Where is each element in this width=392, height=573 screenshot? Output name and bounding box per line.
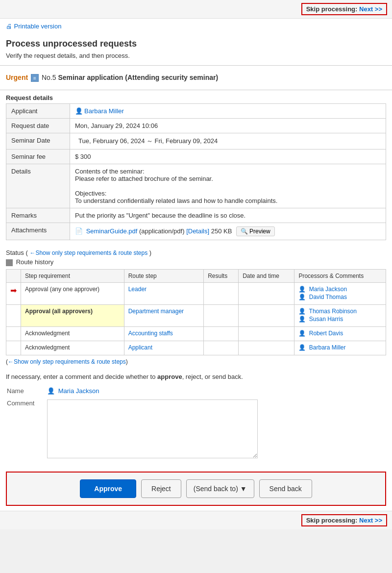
status-close-paren: ) [149,249,151,256]
bottom-skip-bar: Skip processing: Next >> [0,511,392,529]
col-arrow [6,269,21,282]
person-row: 👤 Maria Jackson [298,286,382,293]
susan-harris-link[interactable]: Susan Harris [309,316,343,323]
request-date-value: Mon, January 29, 2024 10:06 [70,119,386,133]
name-label: Name [7,385,46,397]
seminar-date-value: Tue, February 06, 2024 ～ Fri, February 0… [70,133,386,149]
table-row: Approval (all approvers) Department mana… [6,304,386,326]
send-back-to-button[interactable]: (Send back to) ▼ [186,479,254,498]
processors-1: 👤 Maria Jackson 👤 David Thomas [294,282,386,304]
person-row: 👤 Barbara Miller [298,344,382,351]
attachments-row: Attachments 📄 SeminarGuide.pdf (applicat… [6,223,386,240]
table-row: ➡ Approval (any one approver) Leader 👤 M… [6,282,386,304]
details-value: Contents of the seminar: Please refer to… [70,164,386,208]
dept-manager-link[interactable]: Department manager [128,308,184,315]
person-icon: 👤 [75,107,83,115]
step-req-2: Approval (all approvers) [21,304,124,326]
leader-link[interactable]: Leader [128,286,147,293]
route-history-label: Route history [6,258,386,266]
barbara-miller-link[interactable]: Barbara Miller [309,344,346,351]
seminar-fee-row: Seminar fee $ 300 [6,149,386,164]
comment-cell [47,398,385,462]
reject-button[interactable]: Reject [141,479,181,498]
maria-jackson-link[interactable]: Maria Jackson [309,286,347,293]
status-section: Status ( ←Show only step requirements & … [0,240,392,369]
request-number: No.5 [42,74,56,81]
david-thomas-link[interactable]: David Thomas [309,294,347,300]
processors-2: 👤 Thomas Robinson 👤 Susan Harris [294,304,386,326]
person-row: 👤 Thomas Robinson [298,308,382,315]
request-header: Urgent ≡ No.5 Seminar application (Atten… [0,70,392,86]
attachment-link[interactable]: SeminarGuide.pdf [86,227,138,235]
step-req-1: Approval (any one approver) [21,282,124,304]
status-toggle-link[interactable]: ←Show only step requirements & route ste… [29,249,147,256]
person-icon: 👤 [47,387,55,395]
applicant-link[interactable]: Applicant [128,344,152,351]
bottom-skip-processing-button[interactable]: Skip processing: Next >> [301,514,387,526]
datetime-1 [239,282,294,304]
datetime-4 [239,341,294,355]
datetime-2 [239,304,294,326]
results-1 [204,282,239,304]
results-3 [204,326,239,341]
current-arrow-cell: ➡ [6,282,21,304]
request-details-table: Applicant 👤Barbara Miller Request date M… [6,103,386,240]
preview-button[interactable]: 🔍Preview [236,226,275,236]
route-icon [6,259,13,266]
bottom-status-toggle-link[interactable]: ←Show only step requirements & route ste… [8,358,126,365]
printable-version-link[interactable]: 🖨 Printable version [6,23,61,30]
request-date-label: Request date [6,119,70,133]
results-2 [204,304,239,326]
details-label: Details [6,164,70,208]
request-details-heading: Request details [6,94,386,101]
route-step-4: Applicant [124,341,203,355]
skip-label-bold-bottom: Skip processing: [306,517,358,524]
send-back-button[interactable]: Send back [259,479,312,498]
person-icon: 👤 [298,308,306,315]
page-title-section: Process unprocessed requests Verify the … [0,34,392,61]
seminar-date-label: Seminar Date [6,133,70,149]
current-user-link[interactable]: Maria Jackson [58,387,99,395]
applicant-link[interactable]: 👤Barbara Miller [75,107,124,115]
robert-davis-link[interactable]: Robert Davis [309,330,343,337]
processors-3: 👤 Robert Davis [294,326,386,341]
current-arrow-icon: ➡ [10,286,17,295]
person-icon: 👤 [298,316,306,323]
person-row: 👤 Susan Harris [298,316,382,323]
person-row: 👤 Robert Davis [298,330,382,337]
col-datetime: Date and time [239,269,294,282]
comment-textarea[interactable] [47,399,258,458]
route-step-3: Accounting staffs [124,326,203,341]
table-row: Acknowledgment Applicant 👤 Barbara Mille… [6,341,386,355]
person-row: 👤 David Thomas [298,294,382,300]
printable-version-section: 🖨 Printable version [0,19,392,34]
page-title: Process unprocessed requests [6,39,386,49]
comment-label: Comment [7,398,46,462]
person-icon: 👤 [298,294,306,300]
route-table: Step requirement Route step Results Date… [6,269,386,355]
top-skip-processing-button[interactable]: Skip processing: Next >> [301,3,387,15]
attachments-value: 📄 SeminarGuide.pdf (application/pdf) [De… [70,223,386,240]
action-bar: Approve Reject (Send back to) ▼ Send bac… [6,472,386,506]
details-link[interactable]: [Details] [186,227,209,235]
name-value: 👤 Maria Jackson [47,385,385,397]
approve-button[interactable]: Approve [80,479,136,498]
decision-table: Name 👤 Maria Jackson Comment [6,384,386,463]
request-icon: ≡ [31,74,39,82]
request-date-row: Request date Mon, January 29, 2024 10:06 [6,119,386,133]
results-4 [204,341,239,355]
step-req-4: Acknowledgment [21,341,124,355]
route-step-1: Leader [124,282,203,304]
details-row: Details Contents of the seminar: Please … [6,164,386,208]
remarks-label: Remarks [6,208,70,223]
request-details-section: Request details Applicant 👤Barbara Mille… [0,94,392,240]
table-row: Acknowledgment Accounting staffs 👤 Rober… [6,326,386,341]
magnify-icon: 🔍 [241,228,248,235]
remarks-row: Remarks Put the priority as "Urgent" bec… [6,208,386,223]
accounting-staffs-link[interactable]: Accounting staffs [128,330,173,337]
applicant-label: Applicant [6,104,70,119]
name-row: Name 👤 Maria Jackson [7,385,385,397]
seminar-fee-value: $ 300 [70,149,386,164]
datetime-3 [239,326,294,341]
thomas-robinson-link[interactable]: Thomas Robinson [309,308,357,315]
